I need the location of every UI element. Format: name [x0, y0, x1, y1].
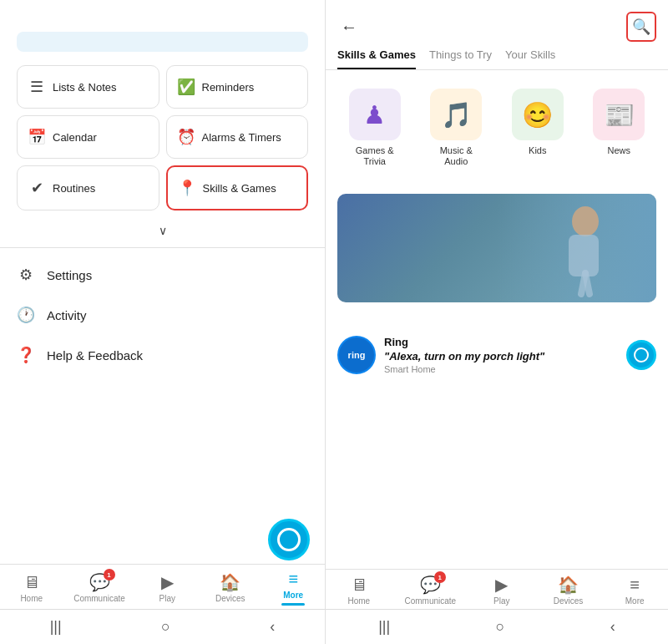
skill-alexa-inner — [634, 347, 649, 363]
left-title — [0, 0, 325, 25]
tab-your-skills[interactable]: Your Skills — [505, 48, 555, 69]
grid-label-routines: Routines — [53, 182, 95, 195]
right-nav-icon-home: 🖥 — [351, 576, 367, 595]
skill-name: Ring — [384, 336, 618, 348]
search-icon: 🔍 — [632, 18, 650, 36]
see-more-button[interactable]: ∨ — [0, 217, 325, 247]
grid-icon-routines: ✔ — [28, 179, 46, 197]
cat-item-music[interactable]: 🎵 Music &Audio — [419, 89, 494, 167]
left-nav-play[interactable]: ▶ Play — [146, 572, 188, 603]
menu-icon-help: ❓ — [17, 346, 35, 364]
right-nav-icon-more: ≡ — [630, 576, 640, 595]
menu-item-settings[interactable]: ⚙ Settings — [17, 255, 308, 295]
nav-underline — [281, 603, 305, 606]
svg-line-3 — [585, 273, 590, 294]
ring-logo: ring — [337, 336, 376, 374]
cat-item-news[interactable]: 📰 News — [582, 89, 657, 167]
android-menu-btn[interactable]: ||| — [33, 615, 78, 639]
grid-icon-lists-notes: ☰ — [28, 78, 46, 96]
right-nav-more[interactable]: ≡ More — [614, 576, 655, 606]
left-nav-icon-more: ≡ — [288, 570, 298, 589]
right-nav-label-communicate: Communicate — [404, 596, 456, 606]
right-android-menu[interactable]: ||| — [362, 615, 407, 639]
grid-label-alarms-timers: Alarms & Timers — [202, 131, 281, 144]
divider — [0, 247, 325, 248]
cat-label-games: Games &Trivia — [356, 145, 394, 167]
grid-label-lists-notes: Lists & Notes — [53, 81, 117, 94]
right-android-back[interactable]: ‹ — [594, 615, 632, 639]
search-button[interactable]: 🔍 — [626, 12, 656, 42]
right-nav-label-more: More — [625, 596, 645, 606]
right-panel: ← 🔍 Skills & GamesThings to TryYour Skil… — [326, 0, 668, 644]
skill-alexa-button[interactable] — [626, 340, 656, 370]
right-header: ← 🔍 — [326, 0, 668, 42]
back-button[interactable]: ← — [337, 14, 361, 40]
menu-icon-activity: 🕐 — [17, 306, 35, 324]
cat-icon-music: 🎵 — [430, 89, 482, 140]
menu-label-activity: Activity — [47, 308, 87, 322]
tab-skills-&-games[interactable]: Skills & Games — [337, 48, 416, 69]
cat-label-kids: Kids — [529, 145, 546, 156]
menu-label-settings: Settings — [47, 268, 92, 282]
left-nav-label-devices: Devices — [215, 594, 245, 603]
right-nav-label-play: Play — [493, 596, 509, 606]
add-device-button[interactable] — [17, 32, 308, 52]
categories-grid: ♟ Games &Trivia 🎵 Music &Audio 😊 Kids 📰 … — [337, 89, 656, 167]
left-nav-label-home: Home — [20, 594, 43, 603]
person-svg — [544, 198, 610, 298]
left-nav-communicate[interactable]: 💬1 Communicate — [73, 572, 125, 603]
grid-item-lists-notes[interactable]: ☰ Lists & Notes — [17, 65, 159, 109]
grid-item-calendar[interactable]: 📅 Calendar — [17, 115, 159, 159]
left-nav-home[interactable]: 🖥 Home — [11, 573, 53, 603]
left-nav-more[interactable]: ≡ More — [272, 570, 314, 606]
alexa-fab-left[interactable] — [268, 519, 310, 560]
right-nav-icon-play: ▶ — [495, 575, 508, 595]
badge-communicate: 1 — [104, 569, 115, 581]
left-nav-icon-play: ▶ — [161, 572, 174, 592]
alexa-fab-inner — [277, 528, 301, 551]
right-nav-home[interactable]: 🖥 Home — [338, 576, 380, 606]
skill-item-ring[interactable]: ring Ring "Alexa, turn on my porch light… — [337, 329, 656, 381]
cat-icon-games: ♟ — [349, 89, 401, 140]
left-nav-label-more: More — [283, 591, 303, 600]
tab-things-to-try[interactable]: Things to Try — [429, 48, 492, 69]
right-badge-communicate: 1 — [434, 571, 446, 583]
grid-label-reminders: Reminders — [202, 81, 255, 94]
grid-icon-alarms-timers: ⏰ — [177, 128, 195, 146]
grid-icon-reminders: ✅ — [177, 78, 195, 96]
grid-item-routines[interactable]: ✔ Routines — [17, 165, 159, 210]
menu-label-help: Help & Feedback — [47, 348, 143, 363]
left-android-nav: ||| ○ ‹ — [0, 609, 325, 644]
grid-item-alarms-timers[interactable]: ⏰ Alarms & Timers — [166, 115, 309, 159]
cat-label-news: News — [607, 145, 630, 156]
cat-icon-kids: 😊 — [512, 89, 564, 140]
right-tabs: Skills & GamesThings to TryYour Skills — [326, 42, 668, 70]
right-nav-communicate[interactable]: 💬1 Communicate — [404, 575, 456, 606]
quick-actions-grid: ☰ Lists & Notes ✅ Reminders 📅 Calendar ⏰… — [0, 58, 325, 217]
cat-item-kids[interactable]: 😊 Kids — [500, 89, 575, 167]
right-nav-icon-devices: 🏠 — [558, 575, 579, 595]
grid-label-calendar: Calendar — [53, 131, 97, 144]
right-content: ♟ Games &Trivia 🎵 Music &Audio 😊 Kids 📰 … — [326, 70, 668, 569]
left-nav-devices[interactable]: 🏠 Devices — [210, 572, 251, 603]
android-home-btn[interactable]: ○ — [144, 615, 187, 639]
right-android-nav: ||| ○ ‹ — [326, 609, 668, 644]
right-nav-icon-communicate: 💬1 — [420, 575, 441, 595]
get-productive-row — [337, 179, 656, 187]
grid-item-skills-games[interactable]: 📍 Skills & Games — [166, 165, 309, 210]
right-android-home[interactable]: ○ — [479, 615, 522, 639]
menu-item-activity[interactable]: 🕐 Activity — [17, 295, 308, 335]
skill-category: Smart Home — [384, 364, 618, 374]
android-back-btn[interactable]: ‹ — [253, 615, 291, 639]
cat-label-music: Music &Audio — [440, 145, 473, 167]
menu-item-help[interactable]: ❓ Help & Feedback — [17, 335, 308, 375]
productive-banner[interactable] — [337, 194, 656, 302]
right-nav-play[interactable]: ▶ Play — [481, 575, 523, 606]
cat-item-games[interactable]: ♟ Games &Trivia — [337, 89, 412, 167]
right-nav-label-home: Home — [347, 596, 370, 606]
right-nav-devices[interactable]: 🏠 Devices — [548, 575, 590, 606]
grid-item-reminders[interactable]: ✅ Reminders — [166, 65, 309, 109]
grid-icon-skills-games: 📍 — [178, 179, 196, 197]
fab-area — [0, 522, 325, 564]
left-bottom-nav: 🖥 Home 💬1 Communicate ▶ Play 🏠 Devices ≡… — [0, 564, 325, 609]
